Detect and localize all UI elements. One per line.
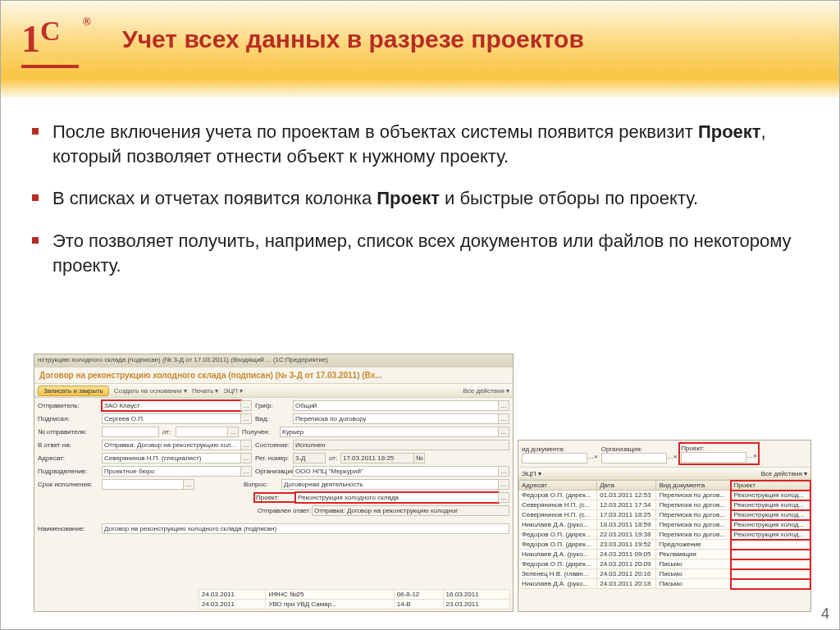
filter-project-lookup[interactable]: …: [746, 452, 753, 463]
ecp-menu[interactable]: ЭЦП ▾: [223, 387, 243, 395]
filter-org-label: Организация:: [601, 445, 678, 453]
table-row: Николаев Д.А. (руко...24.03.2011 09:05Ре…: [519, 550, 810, 559]
filter-org-lookup[interactable]: …: [667, 453, 673, 463]
col-addressee[interactable]: Адресат: [519, 481, 597, 491]
state-input: Исполнен: [293, 440, 509, 450]
table-row: Федоров О.П. (дирек...22.03.2011 19:38Пе…: [519, 530, 810, 540]
page-number: 4: [821, 605, 829, 623]
addressee-label: Адресат:: [38, 454, 102, 462]
sender-no-input[interactable]: [102, 427, 159, 437]
name-input[interactable]: Договор на реконструкцию холодного склад…: [102, 523, 509, 534]
vid-input[interactable]: Переписка по договору: [293, 413, 499, 424]
all-actions-menu[interactable]: Все действия ▾: [760, 470, 807, 477]
documents-table: Адресат Дата Вид документа Проект Федоро…: [518, 480, 810, 589]
regno-label: Рег. номер:: [252, 454, 293, 462]
vid-label: Вид:: [252, 415, 293, 422]
deadline-date-button[interactable]: …: [183, 479, 194, 490]
grif-label: Гриф:: [252, 402, 293, 409]
sender-lookup-button[interactable]: …: [240, 400, 252, 411]
filter-project-input[interactable]: [681, 452, 746, 463]
state-label: Состояние:: [252, 441, 293, 449]
signed-input[interactable]: Сергеев О.П.: [102, 413, 241, 424]
sender-label: Отправитель:: [38, 402, 102, 409]
filter-viddoc-lookup[interactable]: …: [587, 453, 594, 463]
bullet-list: После включения учета по проектам в объе…: [32, 120, 803, 295]
filter-org-clear[interactable]: ×: [673, 453, 678, 463]
all-actions-menu[interactable]: Все действия ▾: [463, 387, 509, 395]
reply-to-lookup-button[interactable]: …: [240, 440, 252, 450]
question-lookup-button[interactable]: …: [498, 479, 509, 490]
table-row: 24.03.2011 ИФНС №25 06-8-12 16.03.2011: [199, 590, 510, 600]
ot-label: от:: [159, 428, 176, 436]
dept-lookup-button[interactable]: …: [240, 466, 252, 477]
regno-assign-button[interactable]: №: [413, 453, 425, 463]
regno-input: 3-Д: [293, 453, 326, 463]
table-row: Федоров О.П. (дирек...24.03.2011 20:09Пи…: [519, 559, 810, 569]
addressee-input[interactable]: Северянинов Н.П. (специалист): [102, 453, 241, 463]
reply-to-input[interactable]: Отправка: Договор на реконструкцию хол..…: [102, 440, 241, 450]
print-menu[interactable]: Печать ▾: [192, 387, 218, 395]
table-row: Николаев Д.А. (руко...18.03.2011 18:59Пе…: [519, 520, 810, 530]
bullet-1: После включения учета по проектам в объе…: [32, 120, 803, 168]
addressee-lookup-button[interactable]: …: [240, 453, 252, 463]
deadline-input[interactable]: [102, 479, 184, 490]
vid-lookup-button[interactable]: …: [498, 413, 509, 424]
ot-date-input[interactable]: [176, 427, 228, 437]
bullet-3: Это позволяет получить, например, список…: [32, 229, 803, 277]
regno-ot-label: от:: [326, 454, 340, 462]
bullet-2: В списках и отчетах появится колонка Про…: [32, 186, 803, 211]
table-row: Северянинов Н.П. (с...17.03.2011 18:25Пе…: [519, 510, 810, 520]
sender-input[interactable]: ЗАО Клауст: [102, 400, 241, 411]
ot-date-button[interactable]: …: [227, 427, 239, 437]
slide-title: Учет всех данных в разрезе проектов: [122, 25, 584, 54]
table-row: Федоров О.П. (дирек...23.03.2011 19:52Пр…: [519, 540, 810, 550]
col-vid[interactable]: Вид документа: [656, 481, 731, 491]
table-row: Федоров О.П. (дирек...01.03.2011 12:53Пе…: [519, 491, 810, 500]
filter-project-clear[interactable]: ×: [753, 452, 757, 463]
col-date[interactable]: Дата: [597, 481, 656, 491]
filter-project-label: Проект:: [681, 445, 757, 452]
grif-lookup-button[interactable]: …: [498, 400, 509, 411]
filter-project-block: Проект: … ×: [680, 444, 758, 463]
deadline-label: Срок исполнения:: [38, 481, 102, 488]
filter-org-input[interactable]: [601, 453, 667, 463]
question-label: Вопрос:: [240, 481, 281, 488]
project-label: Проект:: [254, 493, 295, 502]
regno-ot-input: 17.03.2011 18:25: [340, 453, 414, 463]
received-input[interactable]: Курьер: [280, 427, 499, 437]
project-input[interactable]: Реконструкция холодного склада: [295, 492, 499, 503]
document-title: Договор на реконструкцию холодного склад…: [34, 368, 513, 383]
table-row: Северянинов Н.П. (с...12.03.2011 17:34Пе…: [519, 500, 810, 510]
list-window: ид документа: … × Организация: … × Проек…: [518, 440, 811, 612]
received-lookup-button[interactable]: …: [498, 427, 509, 437]
grif-input[interactable]: Общий: [293, 400, 499, 411]
lower-table: 24.03.2011 ИФНС №25 06-8-12 16.03.2011 2…: [199, 589, 510, 609]
signed-label: Подписал:: [38, 415, 102, 422]
save-and-close-button[interactable]: Записать и закрыть: [38, 386, 109, 396]
filter-viddoc-input[interactable]: [522, 453, 587, 463]
col-project[interactable]: Проект: [731, 481, 810, 491]
received-label: Получен:: [239, 428, 280, 436]
sent-reply-label: Отправлен ответ:: [254, 507, 312, 514]
org-lookup-button[interactable]: …: [498, 466, 509, 477]
question-input[interactable]: Договорная деятельность: [281, 479, 499, 490]
signed-lookup-button[interactable]: …: [240, 413, 252, 424]
project-lookup-button[interactable]: …: [498, 492, 509, 503]
sender-no-label: № отправителя:: [38, 428, 102, 436]
logo-1c: 1C®: [21, 16, 83, 77]
sent-reply-input: Отправка: Договор на реконструкцию холод…: [312, 505, 509, 516]
list-toolbar: ЭЦП ▾ Все действия ▾: [518, 467, 810, 480]
filter-row: ид документа: … × Организация: … × Проек…: [518, 441, 810, 467]
ecp-menu[interactable]: ЭЦП ▾: [522, 470, 541, 477]
filter-viddoc-clear[interactable]: ×: [594, 453, 598, 463]
table-row: 24.03.2011 УВО при УВД Самар... 14-В 23.…: [199, 600, 510, 609]
window-titlebar: нструкцию холодного склада (подписан) (№…: [34, 354, 513, 368]
name-label: Наименование:: [38, 525, 102, 532]
doc-toolbar: Записать и закрыть Создать на основании …: [34, 383, 513, 398]
org-input[interactable]: ООО НПЦ "Меркурий": [293, 466, 499, 477]
create-based-on-menu[interactable]: Создать на основании ▾: [114, 387, 187, 395]
org-label: Организация:: [252, 468, 293, 475]
dept-input[interactable]: Проектное бюро: [102, 466, 241, 477]
table-row: Николаев Д.А. (руко...24.03.2011 20:18Пи…: [519, 579, 810, 589]
filter-viddoc-label: ид документа:: [522, 445, 598, 453]
